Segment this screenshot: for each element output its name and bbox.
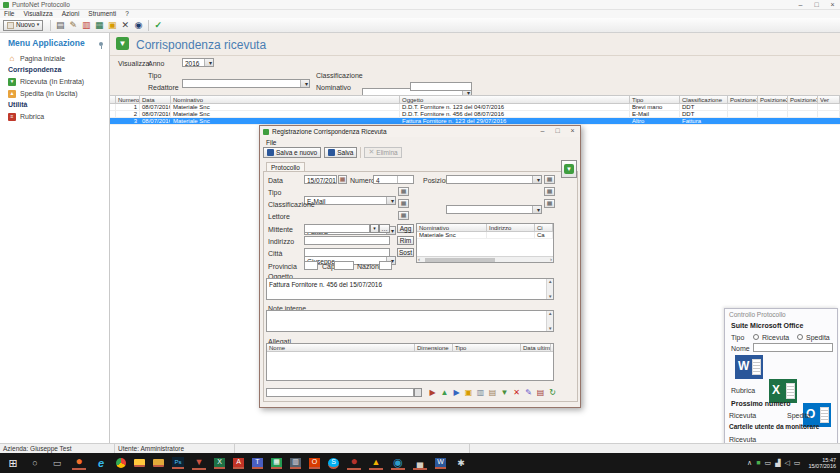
col-numero[interactable]: Numero <box>116 96 140 103</box>
nazione-input[interactable] <box>379 261 392 270</box>
copy-icon[interactable]: ▥ <box>475 387 486 398</box>
task-view-button[interactable]: ▭ <box>50 456 64 470</box>
confirm-icon[interactable]: ✓ <box>152 19 164 31</box>
acrobat-icon[interactable]: A <box>233 458 244 469</box>
allegato-browse-button[interactable] <box>414 388 422 397</box>
posizione-grid-button[interactable] <box>544 175 555 184</box>
col-oggetto[interactable]: Oggetto <box>400 96 630 103</box>
tipo-select[interactable]: E-Mail <box>304 196 396 205</box>
col-posizione2[interactable]: Posizione2 <box>758 96 788 103</box>
menu-strumenti[interactable]: Strumenti <box>88 10 116 17</box>
drive-app-icon[interactable]: ▲ <box>369 456 383 470</box>
start-button[interactable]: ⊞ <box>6 456 20 470</box>
rim-button[interactable]: Rim <box>397 236 414 245</box>
radio-ricevuta[interactable] <box>753 334 759 340</box>
rename-icon[interactable]: ✎ <box>523 387 534 398</box>
citta-input[interactable] <box>304 248 390 257</box>
posizione3-grid-button[interactable] <box>544 199 555 208</box>
dialog-menu-file[interactable]: File <box>266 139 276 146</box>
print-attachment-icon[interactable]: ▤ <box>535 387 546 398</box>
numero-input[interactable]: 4 <box>373 175 414 184</box>
all-col-dimensione[interactable]: Dimensione <box>415 344 453 351</box>
tipo-filter-select[interactable] <box>182 79 310 88</box>
mittente-dropdown-button[interactable]: ▾ <box>370 224 379 233</box>
allegato-path-input[interactable] <box>266 388 414 397</box>
network-icon[interactable]: ▟ <box>775 459 780 467</box>
refresh-icon[interactable]: ↻ <box>547 387 558 398</box>
sost-button[interactable]: Sost <box>397 248 414 257</box>
skype-icon[interactable]: S <box>328 458 339 469</box>
nuovo-button[interactable]: Nuovo ▾ <box>3 20 43 31</box>
radio-spedita[interactable] <box>797 334 803 340</box>
delete-icon[interactable]: ✕ <box>119 19 131 31</box>
menu-visualizza[interactable]: Visualizza <box>23 10 52 17</box>
print-icon[interactable]: ▤ <box>54 19 66 31</box>
salva-e-nuovo-button[interactable]: Salva e nuovo <box>263 147 321 158</box>
export-file-icon[interactable]: ▼ <box>499 387 510 398</box>
table-row-3-selected[interactable]: 3 08/07/2016 Materiale Snc Fattura Forni… <box>110 118 840 125</box>
nome-input[interactable] <box>753 343 833 352</box>
lettore-grid-button[interactable] <box>398 211 409 220</box>
excel-icon[interactable]: X <box>214 458 225 469</box>
salva-button[interactable]: Salva <box>324 147 357 158</box>
edge-icon[interactable]: e <box>94 456 108 470</box>
col-data[interactable]: Data <box>140 96 171 103</box>
dialog-close-button[interactable]: × <box>565 127 580 135</box>
calendar-button[interactable] <box>338 175 347 184</box>
col-nominativo[interactable]: Nominativo <box>171 96 400 103</box>
elimina-button[interactable]: ✕ Elimina <box>364 147 401 158</box>
minimize-button[interactable]: – <box>793 1 808 9</box>
pdf-export-icon[interactable]: ▥ <box>80 19 92 31</box>
app-green-icon[interactable]: ▦ <box>271 458 282 469</box>
photoshop-icon[interactable]: Ps <box>172 457 184 469</box>
antivirus-icon[interactable]: ■ <box>756 459 760 467</box>
col-ver[interactable]: Ver <box>818 96 840 103</box>
nominativo-input[interactable] <box>410 82 472 91</box>
ricevuta-action-button[interactable]: ▼ <box>561 160 577 178</box>
table-row-1[interactable]: 1 08/07/2016 Materiale Snc D.D.T. Fornit… <box>110 104 840 111</box>
menu-file[interactable]: File <box>4 10 14 17</box>
app-red-icon[interactable]: ● <box>347 456 361 470</box>
file-explorer-icon[interactable] <box>134 459 145 467</box>
hat-app-icon[interactable]: ▄ <box>413 456 427 470</box>
horizontal-scrollbar[interactable] <box>417 256 553 262</box>
vertical-scrollbar[interactable] <box>546 311 553 331</box>
taskbar-clock[interactable]: 15:47 15/07/2016 <box>808 457 836 470</box>
mitt-col-indirizzo[interactable]: Indirizzo <box>487 224 535 231</box>
word-app-icon[interactable]: W <box>435 458 446 469</box>
menu-azioni[interactable]: Azioni <box>62 10 80 17</box>
chrome-icon[interactable] <box>116 458 126 468</box>
firefox-icon[interactable]: ● <box>72 456 86 470</box>
paste-icon[interactable]: ▤ <box>487 387 498 398</box>
mittente-row[interactable]: Materiale Snc Ca <box>417 232 553 239</box>
word-icon[interactable]: W <box>735 355 763 379</box>
scan-icon[interactable]: ▲ <box>439 387 450 398</box>
col-posizione3[interactable]: Posizione3 <box>788 96 818 103</box>
col-tipo[interactable]: Tipo <box>630 96 680 103</box>
volume-icon[interactable]: ◁ <box>784 459 789 467</box>
mittente-browse-button[interactable]: … <box>379 224 390 233</box>
send-mail-icon[interactable]: ▶ <box>451 387 462 398</box>
search-icon[interactable]: ◉ <box>132 19 144 31</box>
sidebar-item-rubrica[interactable]: ≡ Rubrica <box>0 111 109 123</box>
posizione2-select[interactable] <box>446 205 542 214</box>
debug-app-icon[interactable]: ✱ <box>454 456 468 470</box>
mittente-input[interactable] <box>304 224 370 233</box>
search-button[interactable]: ○ <box>28 456 42 470</box>
action-center-icon[interactable]: ▭ <box>794 459 801 467</box>
cap-input[interactable] <box>334 261 354 270</box>
note-interne-textarea[interactable] <box>266 310 554 332</box>
app-dark-icon[interactable]: ▥ <box>290 458 301 469</box>
tipo-grid-button[interactable] <box>398 187 409 196</box>
data-input[interactable]: 15/07/2016 <box>304 175 337 184</box>
open-attachment-icon[interactable]: ▶ <box>427 387 438 398</box>
dialog-minimize-button[interactable]: – <box>535 127 550 135</box>
posizione-select[interactable] <box>446 175 542 184</box>
filter-app-icon[interactable]: ▼ <box>192 456 206 470</box>
office-app-icon[interactable]: O <box>309 458 320 469</box>
col-classificazione[interactable]: Classificazione <box>680 96 728 103</box>
maximize-button[interactable]: □ <box>809 1 824 9</box>
col-posizione1[interactable]: Posizione1 <box>728 96 758 103</box>
all-col-tipo[interactable]: Tipo <box>453 344 521 351</box>
pin-icon[interactable] <box>99 42 103 46</box>
